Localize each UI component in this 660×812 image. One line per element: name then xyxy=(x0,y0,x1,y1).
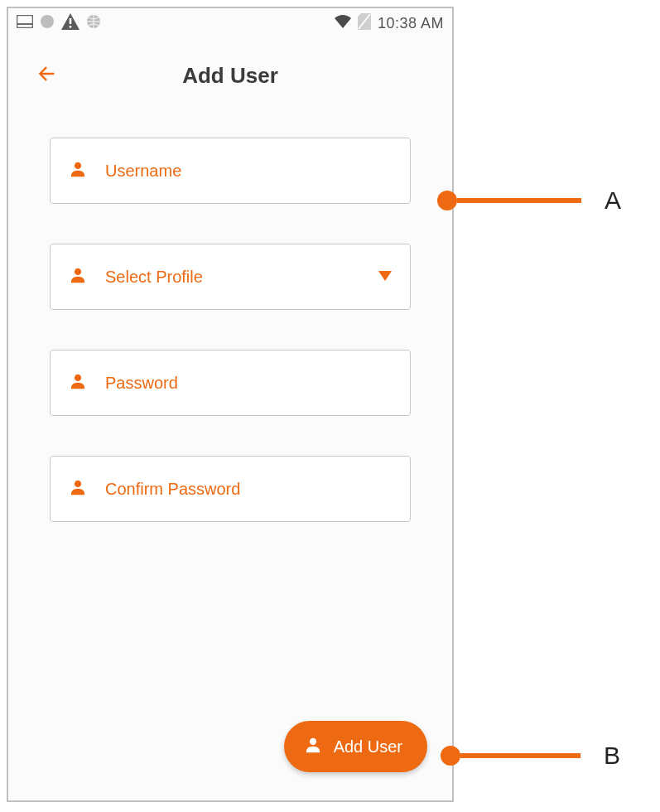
phone-frame: 10:38 AM Add User Select Profile xyxy=(7,7,454,802)
annotation-a-label: A xyxy=(605,186,621,215)
card-icon xyxy=(17,15,33,31)
header: Add User xyxy=(8,38,452,113)
annotation-b: B xyxy=(441,742,620,770)
page-title: Add User xyxy=(182,63,278,89)
person-icon xyxy=(304,736,322,758)
person-icon xyxy=(69,266,87,288)
status-bar-right: 10:38 AM xyxy=(335,13,444,33)
svg-rect-0 xyxy=(17,16,33,28)
svg-point-9 xyxy=(75,375,81,381)
svg-rect-1 xyxy=(17,23,33,25)
annotation-dot-icon xyxy=(437,191,457,210)
globe-icon xyxy=(86,14,101,32)
chevron-down-icon xyxy=(378,269,392,284)
arrow-left-icon xyxy=(35,62,58,89)
password-field[interactable] xyxy=(50,350,411,416)
status-bar-left xyxy=(17,13,101,33)
no-sim-icon xyxy=(358,13,371,33)
confirm-password-field[interactable] xyxy=(50,456,411,522)
confirm-password-input[interactable] xyxy=(105,480,392,499)
annotation-b-label: B xyxy=(604,742,620,770)
circle-icon xyxy=(40,14,55,32)
select-profile-field[interactable]: Select Profile xyxy=(50,244,411,310)
back-button[interactable] xyxy=(31,60,61,90)
person-icon xyxy=(69,160,87,181)
username-input[interactable] xyxy=(105,162,392,181)
status-bar: 10:38 AM xyxy=(8,8,452,38)
svg-point-8 xyxy=(75,268,81,275)
status-time: 10:38 AM xyxy=(378,15,444,32)
annotation-a: A xyxy=(437,186,621,215)
add-user-form: Select Profile xyxy=(8,113,452,522)
svg-point-11 xyxy=(310,737,316,744)
username-field[interactable] xyxy=(50,138,411,204)
svg-rect-4 xyxy=(70,26,72,28)
svg-point-10 xyxy=(75,481,81,487)
svg-point-2 xyxy=(41,15,54,28)
annotation-line xyxy=(460,753,581,758)
add-user-button[interactable]: Add User xyxy=(284,721,427,772)
password-input[interactable] xyxy=(105,374,392,393)
select-profile-label: Select Profile xyxy=(105,268,360,287)
add-user-button-label: Add User xyxy=(334,737,402,756)
svg-rect-3 xyxy=(70,18,72,24)
svg-point-7 xyxy=(75,162,81,169)
warning-icon xyxy=(61,13,79,33)
wifi-icon xyxy=(335,15,351,31)
annotation-dot-icon xyxy=(441,746,460,766)
person-icon xyxy=(69,372,87,394)
annotation-line xyxy=(457,198,581,203)
person-icon xyxy=(69,478,87,500)
